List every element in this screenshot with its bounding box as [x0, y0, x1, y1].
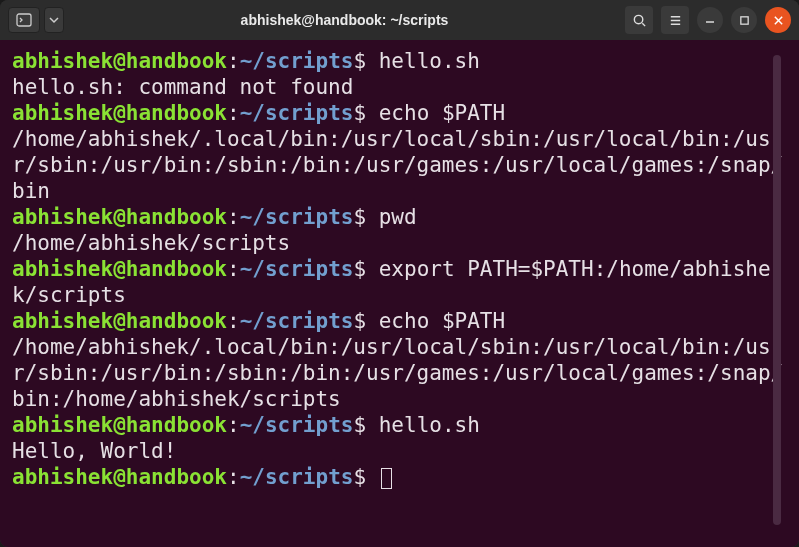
- titlebar-left: [8, 7, 64, 33]
- prompt-host: handbook: [126, 413, 227, 437]
- output-text: /home/abhishek/.local/bin:/usr/local/sbi…: [12, 335, 783, 411]
- minimize-button[interactable]: [697, 7, 723, 33]
- terminal-area[interactable]: abhishek@handbook:~/scripts$ hello.shhel…: [0, 40, 799, 547]
- search-button[interactable]: [625, 6, 653, 34]
- hamburger-icon: [668, 13, 683, 28]
- output-line: hello.sh: command not found: [12, 74, 787, 100]
- prompt-dollar: $: [353, 49, 378, 73]
- prompt-path: ~/scripts: [240, 257, 354, 281]
- new-tab-button[interactable]: [8, 7, 40, 33]
- prompt-at: @: [113, 205, 126, 229]
- prompt-colon: :: [227, 205, 240, 229]
- prompt-dollar: $: [353, 309, 378, 333]
- command-text: hello.sh: [379, 413, 480, 437]
- prompt-line: abhishek@handbook:~/scripts$ hello.sh: [12, 412, 787, 438]
- chevron-down-icon: [49, 15, 59, 25]
- prompt-user: abhishek: [12, 309, 113, 333]
- prompt-colon: :: [227, 101, 240, 125]
- svg-line-2: [642, 23, 645, 26]
- search-icon: [632, 13, 647, 28]
- maximize-icon: [739, 15, 750, 26]
- prompt-colon: :: [227, 465, 240, 489]
- prompt-line: abhishek@handbook:~/scripts$ echo $PATH: [12, 308, 787, 334]
- output-text: /home/abhishek/.local/bin:/usr/local/sbi…: [12, 127, 783, 203]
- prompt-line: abhishek@handbook:~/scripts$ pwd: [12, 204, 787, 230]
- prompt-colon: :: [227, 309, 240, 333]
- terminal-window: abhishek@handbook: ~/scripts abhishek@ha…: [0, 0, 799, 547]
- prompt-user: abhishek: [12, 205, 113, 229]
- prompt-at: @: [113, 257, 126, 281]
- titlebar-right: [625, 6, 791, 34]
- prompt-path: ~/scripts: [240, 49, 354, 73]
- prompt-host: handbook: [126, 101, 227, 125]
- output-line: /home/abhishek/scripts: [12, 230, 787, 256]
- prompt-host: handbook: [126, 205, 227, 229]
- command-text: echo $PATH: [379, 309, 505, 333]
- terminal-icon: [16, 12, 32, 28]
- prompt-user: abhishek: [12, 257, 113, 281]
- svg-point-1: [634, 15, 642, 23]
- prompt-user: abhishek: [12, 413, 113, 437]
- prompt-path: ~/scripts: [240, 205, 354, 229]
- prompt-dollar: $: [353, 101, 378, 125]
- prompt-path: ~/scripts: [240, 309, 354, 333]
- svg-rect-0: [17, 14, 31, 26]
- titlebar: abhishek@handbook: ~/scripts: [0, 0, 799, 40]
- output-text: /home/abhishek/scripts: [12, 231, 290, 255]
- prompt-at: @: [113, 309, 126, 333]
- prompt-colon: :: [227, 49, 240, 73]
- prompt-host: handbook: [126, 309, 227, 333]
- prompt-dollar: $: [353, 465, 378, 489]
- prompt-colon: :: [227, 257, 240, 281]
- prompt-path: ~/scripts: [240, 413, 354, 437]
- prompt-host: handbook: [126, 465, 227, 489]
- prompt-line: abhishek@handbook:~/scripts$ echo $PATH: [12, 100, 787, 126]
- prompt-at: @: [113, 49, 126, 73]
- prompt-dollar: $: [353, 413, 378, 437]
- output-line: /home/abhishek/.local/bin:/usr/local/sbi…: [12, 334, 787, 412]
- prompt-line: abhishek@handbook:~/scripts$ hello.sh: [12, 48, 787, 74]
- tab-dropdown-button[interactable]: [44, 7, 64, 33]
- command-text: echo $PATH: [379, 101, 505, 125]
- menu-button[interactable]: [661, 6, 689, 34]
- command-text: pwd: [379, 205, 417, 229]
- prompt-at: @: [113, 413, 126, 437]
- output-text: Hello, World!: [12, 439, 176, 463]
- prompt-at: @: [113, 101, 126, 125]
- prompt-user: abhishek: [12, 49, 113, 73]
- prompt-dollar: $: [353, 257, 378, 281]
- prompt-user: abhishek: [12, 465, 113, 489]
- prompt-at: @: [113, 465, 126, 489]
- output-text: hello.sh: command not found: [12, 75, 353, 99]
- prompt-host: handbook: [126, 257, 227, 281]
- minimize-icon: [704, 14, 716, 26]
- prompt-colon: :: [227, 413, 240, 437]
- close-icon: [773, 15, 784, 26]
- prompt-path: ~/scripts: [240, 465, 354, 489]
- output-line: /home/abhishek/.local/bin:/usr/local/sbi…: [12, 126, 787, 204]
- prompt-dollar: $: [353, 205, 378, 229]
- output-line: Hello, World!: [12, 438, 787, 464]
- window-title: abhishek@handbook: ~/scripts: [70, 12, 619, 28]
- maximize-button[interactable]: [731, 7, 757, 33]
- prompt-line: abhishek@handbook:~/scripts$: [12, 464, 787, 490]
- prompt-line: abhishek@handbook:~/scripts$ export PATH…: [12, 256, 787, 308]
- prompt-host: handbook: [126, 49, 227, 73]
- command-text: hello.sh: [379, 49, 480, 73]
- svg-rect-7: [740, 16, 747, 23]
- cursor: [381, 468, 392, 489]
- scrollbar[interactable]: [773, 55, 781, 525]
- close-button[interactable]: [765, 7, 791, 33]
- prompt-path: ~/scripts: [240, 101, 354, 125]
- prompt-user: abhishek: [12, 101, 113, 125]
